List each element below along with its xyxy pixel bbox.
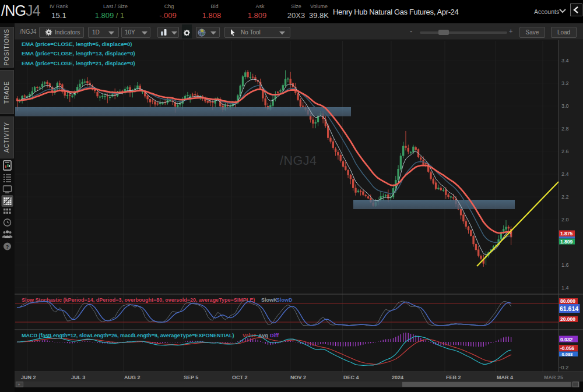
svg-text:2.6: 2.6 — [561, 149, 569, 154]
svg-text:MAR 25: MAR 25 — [544, 375, 563, 380]
svg-text:2.8: 2.8 — [561, 126, 569, 132]
svg-text:2024: 2024 — [392, 375, 403, 380]
svg-text:61.614: 61.614 — [560, 305, 578, 312]
svg-text:2.2: 2.2 — [561, 194, 569, 200]
svg-text:SEP 5: SEP 5 — [184, 375, 198, 380]
svg-text:2.0: 2.0 — [561, 217, 569, 223]
svg-text:JUN 2: JUN 2 — [21, 375, 36, 380]
svg-text:-0.056: -0.056 — [560, 345, 574, 351]
svg-text:0.032: 0.032 — [560, 337, 573, 342]
svg-text:MACD (fastLength=12, slowLengt: MACD (fastLength=12, slowLength=26, macd… — [22, 333, 234, 338]
svg-text:MAR 4: MAR 4 — [497, 375, 513, 380]
svg-text:FEB 2: FEB 2 — [446, 375, 461, 380]
svg-text:3.2: 3.2 — [561, 80, 569, 86]
svg-text:DEC 4: DEC 4 — [343, 375, 359, 380]
svg-text:-0.2: -0.2 — [559, 364, 568, 370]
svg-text:1.809: 1.809 — [560, 239, 573, 245]
svg-text:OCT 2: OCT 2 — [232, 375, 248, 380]
svg-text:1.875: 1.875 — [560, 231, 573, 236]
svg-text:NOV 2: NOV 2 — [290, 375, 306, 380]
svg-text:3.4: 3.4 — [561, 58, 569, 63]
svg-text:JUL 3: JUL 3 — [71, 375, 85, 380]
svg-text:1.6: 1.6 — [561, 262, 569, 268]
svg-text:EMA (price=CLOSE, length=13, d: EMA (price=CLOSE, length=13, displace=0) — [22, 50, 135, 56]
svg-text:SlowK: SlowK — [261, 297, 278, 303]
svg-text:SlowD: SlowD — [276, 297, 293, 303]
svg-text:1.4: 1.4 — [561, 285, 569, 291]
svg-text:Slow Stochastic (kPeriod=14, d: Slow Stochastic (kPeriod=14, dPeriod=3, … — [22, 297, 255, 303]
svg-text:EMA (price=CLOSE, length=21, d: EMA (price=CLOSE, length=21, displace=0) — [22, 60, 135, 66]
svg-text:80.000: 80.000 — [560, 298, 575, 304]
svg-text:+: + — [18, 383, 20, 387]
svg-text:EMA (price=CLOSE, length=5, di: EMA (price=CLOSE, length=5, displace=0) — [22, 41, 132, 47]
svg-text:?: ? — [6, 244, 9, 250]
svg-text:/NGJ4: /NGJ4 — [280, 154, 317, 168]
svg-text:Diff: Diff — [270, 333, 279, 338]
svg-text:Value: Value — [243, 333, 257, 338]
svg-text:3.0: 3.0 — [561, 103, 569, 109]
svg-text:AUG 2: AUG 2 — [124, 375, 141, 380]
svg-text:2.4: 2.4 — [561, 171, 569, 177]
svg-text:-0.088: -0.088 — [560, 352, 573, 357]
svg-text:20.000: 20.000 — [560, 316, 575, 322]
